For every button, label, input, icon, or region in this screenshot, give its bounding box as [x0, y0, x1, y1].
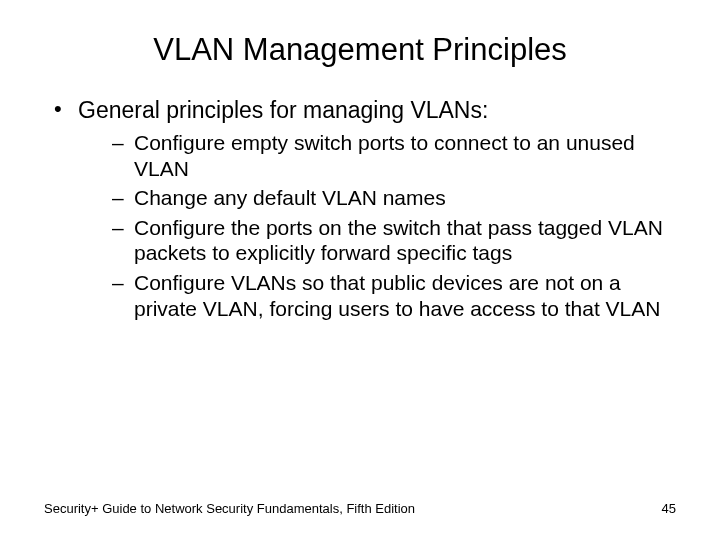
slide-number: 45: [662, 501, 676, 516]
bullet-level1: General principles for managing VLANs: C…: [44, 96, 676, 321]
sub-bullet: Configure the ports on the switch that p…: [78, 215, 676, 266]
slide: VLAN Management Principles General princ…: [0, 0, 720, 540]
sub-bullet: Configure VLANs so that public devices a…: [78, 270, 676, 321]
sub-bullet: Change any default VLAN names: [78, 185, 676, 211]
footer-source: Security+ Guide to Network Security Fund…: [44, 501, 415, 516]
sub-bullet-list: Configure empty switch ports to connect …: [78, 130, 676, 321]
footer: Security+ Guide to Network Security Fund…: [44, 501, 676, 516]
sub-bullet: Configure empty switch ports to connect …: [78, 130, 676, 181]
slide-body: General principles for managing VLANs: C…: [0, 68, 720, 321]
slide-title: VLAN Management Principles: [0, 0, 720, 68]
bullet-list: General principles for managing VLANs: C…: [44, 96, 676, 321]
bullet-text: General principles for managing VLANs:: [78, 97, 488, 123]
